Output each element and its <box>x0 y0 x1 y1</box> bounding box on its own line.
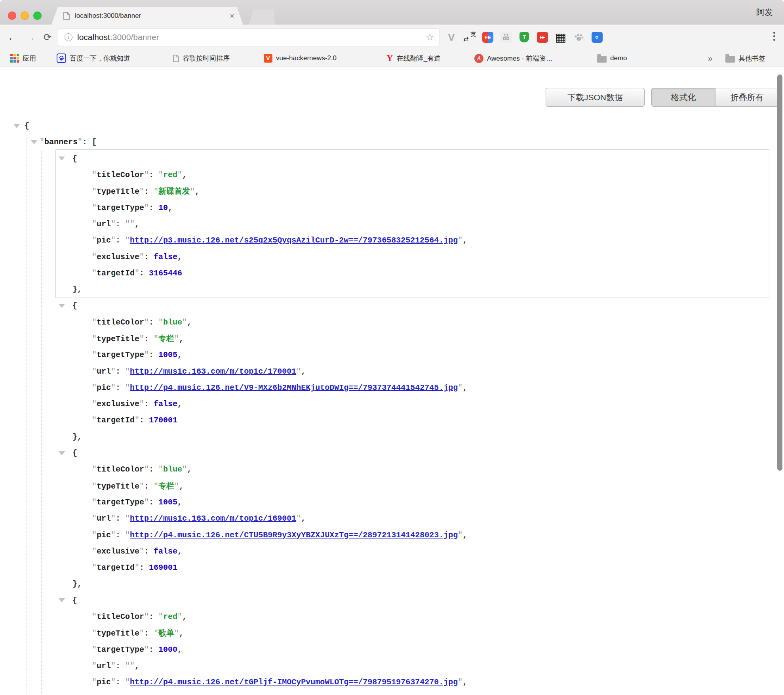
json-key: targetId <box>97 416 135 425</box>
json-string-value: 专栏 <box>158 334 174 344</box>
qr-code-icon[interactable]: ▦ <box>554 31 567 44</box>
json-string-value: 专栏 <box>158 482 174 491</box>
kebab-menu-icon[interactable] <box>773 32 775 41</box>
reload-icon[interactable]: ⟳ <box>40 25 55 50</box>
bookmark-baidu[interactable]: 百度一下，你就知道 <box>57 50 130 67</box>
paw-icon[interactable] <box>573 31 585 44</box>
bookmark-google-sort[interactable]: 谷歌按时间排序 <box>173 50 230 67</box>
format-button[interactable]: 格式化 <box>652 88 715 106</box>
collapse-toggle-icon[interactable] <box>59 157 65 160</box>
json-object-close-line: }, <box>0 429 776 445</box>
bookmark-folder-demo[interactable]: demo <box>597 50 627 67</box>
fast-forward-icon[interactable]: ▶▶ <box>536 31 549 44</box>
bookmark-vue-hackernews[interactable]: V vue-hackernews-2.0 <box>264 50 337 67</box>
folder-icon <box>597 56 607 63</box>
collapse-toggle-icon[interactable] <box>31 140 37 144</box>
bookmark-star-icon[interactable]: ☆ <box>425 32 434 43</box>
json-number-value: 170001 <box>149 416 177 425</box>
page-icon <box>173 55 179 62</box>
json-root-line: { <box>0 118 776 134</box>
json-field-line: "url": "http://music.163.com/m/topic/170… <box>0 363 776 379</box>
json-field-line: "targetId": 169001 <box>0 559 776 576</box>
back-icon[interactable]: ← <box>5 25 21 50</box>
vue-icon: V <box>264 54 272 63</box>
url-text[interactable]: localhost:3000/banner <box>77 32 159 42</box>
json-key: typeTitle <box>97 629 139 638</box>
download-json-button[interactable]: 下载JSON数据 <box>546 88 645 107</box>
json-number-value: 10 <box>158 203 168 212</box>
json-string-value: red <box>163 612 177 621</box>
collapse-all-button[interactable]: 折叠所有 <box>715 88 778 106</box>
bookmark-awesomes[interactable]: A Awesomes - 前端资… <box>474 50 553 67</box>
json-field-line: "exclusive": false, <box>0 690 776 695</box>
vertical-scrollbar[interactable] <box>777 74 782 471</box>
info-icon[interactable]: i <box>65 33 72 41</box>
json-object-open-line: { <box>0 445 776 461</box>
new-tab-button[interactable] <box>249 10 275 25</box>
json-field-line: "url": "", <box>0 216 776 232</box>
collapse-toggle-icon[interactable] <box>59 598 65 602</box>
json-field-line: "exclusive": false, <box>0 543 776 559</box>
json-link-value[interactable]: http://p4.music.126.net/V9-MXz6b2MNhEKju… <box>130 383 458 392</box>
bookmark-apps[interactable]: 应用 <box>10 50 36 67</box>
json-field-line: "targetType": 1005, <box>0 347 776 363</box>
collapse-toggle-icon[interactable] <box>59 304 65 308</box>
json-number-value: 1005 <box>158 498 177 507</box>
json-key: exclusive <box>97 252 139 262</box>
browser-tab[interactable]: localhost:3000/banner × <box>51 7 243 25</box>
bookmarks-overflow-chevron[interactable]: » <box>708 50 712 67</box>
json-field-line: "titleColor": "red", <box>0 167 776 183</box>
json-link-value[interactable]: http://p4.music.126.net/tGPljf-IMOCyPvum… <box>130 678 458 687</box>
json-field-line: "targetId": 3165446 <box>0 265 776 281</box>
json-key: exclusive <box>97 399 139 409</box>
youdao-translate-icon[interactable]: 英⇄ <box>463 31 476 44</box>
apps-grid-icon <box>10 54 19 63</box>
tampermonkey-shield-icon[interactable]: T <box>518 31 531 44</box>
page-icon <box>63 12 70 20</box>
collapse-toggle-icon[interactable] <box>13 124 20 128</box>
vue-devtools-icon[interactable]: V <box>445 31 458 44</box>
collapse-toggle-icon[interactable] <box>59 451 65 455</box>
json-link-value[interactable]: http://music.163.com/m/topic/170001 <box>130 367 296 376</box>
json-field-line: "exclusive": false, <box>0 248 776 265</box>
format-collapse-button-group: 格式化 折叠所有 <box>651 88 779 107</box>
json-field-line: "pic": "http://p3.music.126.net/s25q2x5Q… <box>0 232 776 248</box>
json-key: url <box>97 367 111 376</box>
json-key: url <box>97 514 111 523</box>
json-string-value: blue <box>163 318 182 327</box>
bookmark-youdao[interactable]: Y 在线翻译_有道 <box>386 50 441 67</box>
json-field-line: "pic": "http://p4.music.126.net/CTU5B9R9… <box>0 527 776 543</box>
json-string-value: blue <box>163 465 182 474</box>
json-key: targetType <box>97 498 144 507</box>
json-link-value[interactable]: http://p4.music.126.net/CTU5B9R9y3XyYBZX… <box>130 531 458 540</box>
baidu-paw-icon <box>57 53 66 63</box>
json-field-line: "pic": "http://p4.music.126.net/tGPljf-I… <box>0 674 776 690</box>
minimize-window-button[interactable] <box>21 11 29 20</box>
json-field-line: "pic": "http://p4.music.126.net/V9-MXz6b… <box>0 380 776 396</box>
json-link-value[interactable]: http://music.163.com/m/topic/169001 <box>130 514 296 523</box>
json-link-value[interactable]: http://p3.music.126.net/s25q2x5QyqsAzilC… <box>130 236 458 245</box>
json-field-line: "exclusive": false, <box>0 396 776 412</box>
awesomes-icon: A <box>474 54 483 63</box>
json-field-line: "targetType": 10, <box>0 199 776 216</box>
profile-name[interactable]: 阿发 <box>756 7 773 18</box>
json-field-line: "targetId": 170001 <box>0 412 776 428</box>
fehelper-icon[interactable]: FE <box>481 31 494 44</box>
address-bar[interactable]: i localhost:3000/banner ☆ <box>58 28 440 46</box>
blue-chevron-icon[interactable]: » <box>591 31 603 44</box>
json-string-value: 歌单 <box>158 629 174 638</box>
sitemap-icon[interactable]: 品 <box>500 31 512 44</box>
tab-close-icon[interactable]: × <box>230 12 234 20</box>
close-window-button[interactable] <box>8 11 16 20</box>
json-boolean-value: false <box>154 252 177 262</box>
json-key: pic <box>97 531 111 540</box>
json-key: titleColor <box>97 170 144 179</box>
json-key: url <box>97 661 111 670</box>
json-key: typeTitle <box>97 187 139 196</box>
json-boolean-value: false <box>154 547 177 556</box>
other-bookmarks-folder[interactable]: 其他书签 <box>725 50 765 67</box>
json-field-line: "typeTitle": "新碟首发", <box>0 183 776 199</box>
json-tree: {"banners": [{"titleColor": "red","typeT… <box>0 118 776 695</box>
json-field-line: "titleColor": "blue", <box>0 314 776 330</box>
fullscreen-window-button[interactable] <box>33 11 42 20</box>
